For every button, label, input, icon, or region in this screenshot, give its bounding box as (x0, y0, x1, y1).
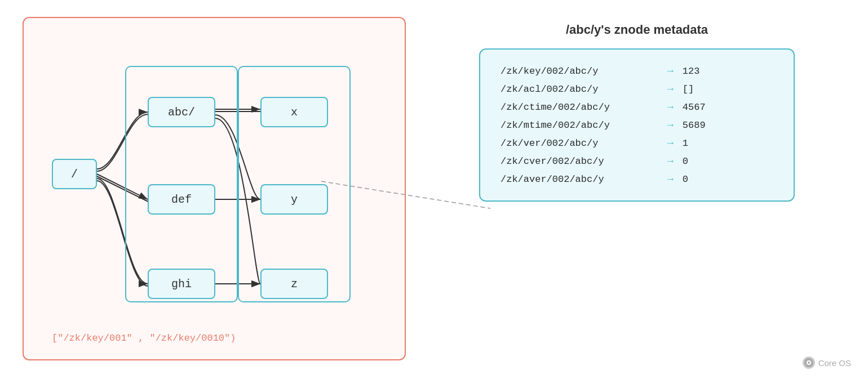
left-panel: / abc/ def ghi x y z (23, 17, 406, 360)
metadata-arrow-icon: → (667, 65, 674, 77)
metadata-row: /zk/ctime/002/abc/y→4567 (501, 101, 773, 113)
metadata-value: 0 (683, 156, 688, 167)
metadata-arrow-icon: → (667, 101, 674, 113)
metadata-row: /zk/ver/002/abc/y→1 (501, 137, 773, 149)
right-panel: /abc/y's znode metadata /zk/key/002/abc/… (428, 17, 845, 202)
metadata-value: [] (683, 84, 694, 95)
coreos-logo: Core OS (803, 356, 851, 369)
metadata-arrow-icon: → (667, 137, 674, 149)
node-z: z (260, 269, 328, 299)
metadata-key: /zk/ctime/002/abc/y (501, 102, 658, 113)
metadata-value: 1 (683, 138, 688, 149)
metadata-key: /zk/cver/002/abc/y (501, 156, 658, 167)
metadata-key: /zk/key/002/abc/y (501, 66, 658, 77)
coreos-icon (803, 356, 815, 369)
tree-area: / abc/ def ghi x y z (24, 18, 405, 359)
node-root: / (52, 159, 97, 189)
metadata-arrow-icon: → (667, 155, 674, 167)
metadata-value: 5689 (683, 120, 706, 131)
metadata-row: /zk/cver/002/abc/y→0 (501, 155, 773, 167)
metadata-row: /zk/acl/002/abc/y→[] (501, 83, 773, 95)
metadata-row: /zk/aver/002/abc/y→0 (501, 173, 773, 185)
node-ghi: ghi (148, 269, 215, 299)
metadata-row: /zk/mtime/002/abc/y→5689 (501, 119, 773, 131)
node-abc: abc/ (148, 97, 215, 127)
metadata-value: 4567 (683, 102, 706, 113)
metadata-arrow-icon: → (667, 173, 674, 185)
metadata-box: /zk/key/002/abc/y→123/zk/acl/002/abc/y→[… (479, 48, 795, 202)
metadata-title: /abc/y's znode metadata (566, 23, 708, 37)
metadata-row: /zk/key/002/abc/y→123 (501, 65, 773, 77)
metadata-key: /zk/acl/002/abc/y (501, 84, 658, 95)
main-container: / abc/ def ghi x y z (0, 0, 868, 379)
metadata-arrow-icon: → (667, 83, 674, 95)
metadata-key: /zk/mtime/002/abc/y (501, 120, 658, 131)
metadata-value: 123 (683, 66, 700, 77)
node-x: x (260, 97, 328, 127)
metadata-value: 0 (683, 174, 688, 185)
metadata-key: /zk/aver/002/abc/y (501, 174, 658, 185)
metadata-arrow-icon: → (667, 119, 674, 131)
node-def: def (148, 184, 215, 215)
node-y: y (260, 184, 328, 215)
coreos-label: Core OS (818, 358, 851, 368)
bottom-label: ["/zk/key/001" , "/zk/key/0010") (52, 333, 236, 344)
svg-point-4 (808, 362, 810, 364)
metadata-key: /zk/ver/002/abc/y (501, 138, 658, 149)
